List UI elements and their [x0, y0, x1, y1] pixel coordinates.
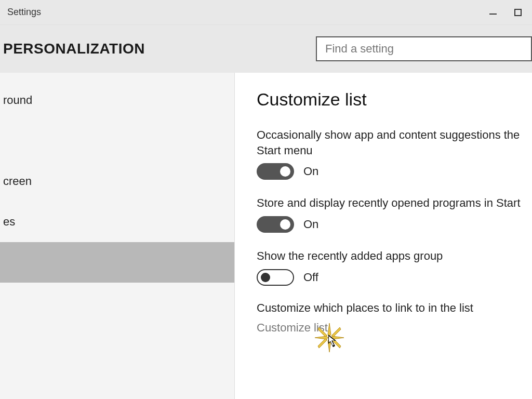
toggle-row: Off — [257, 269, 532, 286]
sidebar: round creen es — [0, 73, 235, 399]
body: round creen es Customize list Occasional… — [0, 73, 532, 399]
toggle-row: On — [257, 163, 532, 180]
minimize-icon[interactable] — [489, 14, 497, 15]
sidebar-item-colors[interactable] — [0, 121, 234, 161]
toggle-knob-icon — [261, 273, 270, 282]
sidebar-item-lockscreen[interactable]: creen — [0, 161, 234, 202]
page-heading: Customize list — [257, 89, 532, 110]
toggle-state: Off — [303, 271, 318, 284]
setting-recent-programs: Store and display recently opened progra… — [257, 195, 532, 233]
toggle-knob-icon — [280, 166, 290, 177]
customize-list-link[interactable]: Customize list — [257, 321, 532, 335]
window-controls — [489, 9, 526, 16]
setting-recently-added: Show the recently added apps group Off — [257, 248, 532, 286]
toggle-state: On — [303, 165, 318, 178]
maximize-icon[interactable] — [514, 9, 522, 16]
sidebar-item-label: creen — [3, 175, 32, 188]
toggle-state: On — [303, 218, 318, 231]
setting-suggestions: Occasionally show app and content sugges… — [257, 127, 532, 180]
toggle-row: On — [257, 216, 532, 233]
titlebar-title: Settings — [7, 7, 41, 18]
header: PERSONALIZATION Find a setting — [0, 25, 532, 73]
setting-label: Store and display recently opened progra… — [257, 195, 532, 211]
toggle-knob-icon — [280, 219, 290, 230]
sidebar-item-start[interactable] — [0, 242, 234, 283]
toggle-recent-programs[interactable] — [257, 216, 294, 233]
sidebar-item-label: round — [3, 94, 32, 107]
sidebar-item-label: es — [3, 215, 15, 229]
titlebar: Settings — [0, 0, 532, 25]
search-placeholder: Find a setting — [325, 42, 394, 56]
content-pane: Customize list Occasionally show app and… — [235, 73, 532, 399]
toggle-recently-added[interactable] — [257, 269, 294, 286]
setting-label: Show the recently added apps group — [257, 248, 532, 264]
toggle-suggestions[interactable] — [257, 163, 294, 180]
link-section-heading: Customize which places to link to in the… — [257, 301, 532, 315]
sidebar-item-themes[interactable]: es — [0, 202, 234, 242]
section-title: PERSONALIZATION — [3, 41, 145, 57]
setting-label: Occasionally show app and content sugges… — [257, 127, 532, 158]
sidebar-item-background[interactable]: round — [0, 80, 234, 121]
search-input[interactable]: Find a setting — [316, 36, 532, 61]
